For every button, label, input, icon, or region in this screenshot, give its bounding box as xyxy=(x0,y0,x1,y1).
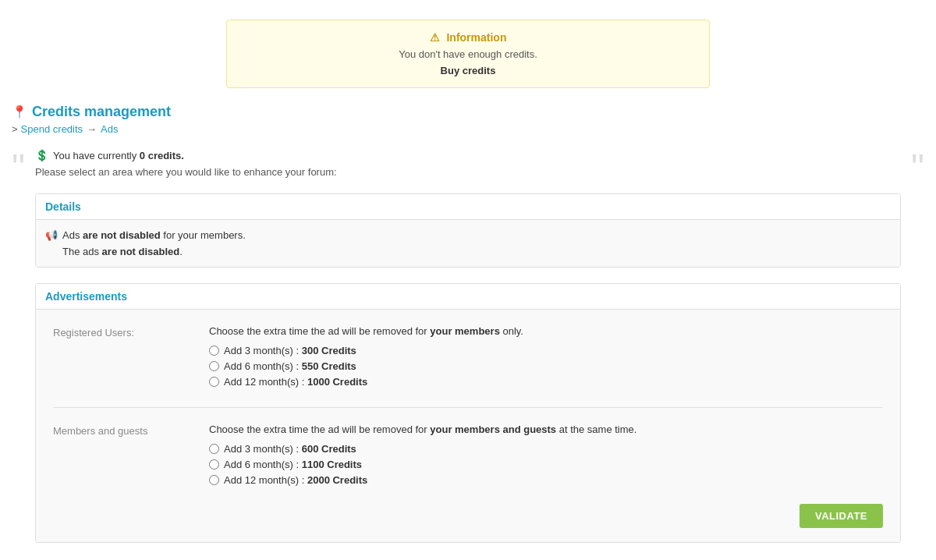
registered-radio-12months[interactable] xyxy=(209,377,219,387)
breadcrumb: > Spend credits → Ads xyxy=(12,123,924,135)
page-header: 📍 Credits management xyxy=(12,104,924,120)
registered-users-row: Registered Users: Choose the extra time … xyxy=(45,319,891,398)
details-section-header: Details xyxy=(36,194,900,220)
buy-credits-link[interactable]: Buy credits xyxy=(441,65,496,76)
advertisements-section-body: Registered Users: Choose the extra time … xyxy=(36,310,900,542)
credits-count: 0 credits. xyxy=(140,150,184,161)
page-title: Credits management xyxy=(32,104,171,120)
members-option-6months[interactable]: Add 6 month(s) : 1100 Credits xyxy=(209,459,883,470)
registered-radio-3months[interactable] xyxy=(209,346,219,356)
info-text: You don't have enough credits. xyxy=(243,48,693,60)
members-option-3months[interactable]: Add 3 month(s) : 600 Credits xyxy=(209,443,883,455)
registered-option-6months[interactable]: Add 6 month(s) : 550 Credits xyxy=(209,360,883,372)
pin-icon: 📍 xyxy=(12,105,27,119)
breadcrumb-arrow: → xyxy=(87,123,97,135)
registered-choose-text: Choose the extra time the ad will be rem… xyxy=(209,325,883,337)
separator-row xyxy=(45,398,891,417)
members-guests-label: Members and guests xyxy=(45,417,201,496)
members-guests-row: Members and guests Choose the extra time… xyxy=(45,417,891,496)
members-guests-options: Choose the extra time the ad will be rem… xyxy=(201,417,891,496)
members-radio-12months[interactable] xyxy=(209,475,219,485)
chevron-icon: > xyxy=(12,123,18,135)
warning-icon: ⚠ xyxy=(430,31,440,44)
details-row1-text: Ads are not disabled for your members. xyxy=(62,229,246,241)
validate-button[interactable]: VALIDATE xyxy=(800,504,883,528)
registered-radio-6months[interactable] xyxy=(209,361,219,371)
credits-info: 💲 You have currently 0 credits. xyxy=(35,149,901,161)
megaphone-icon: 📢 xyxy=(45,229,58,241)
ads-table: Registered Users: Choose the extra time … xyxy=(45,319,891,496)
members-radio-3months[interactable] xyxy=(209,444,219,454)
quote-right-icon: " xyxy=(911,149,924,186)
quote-left-icon: " xyxy=(12,149,25,186)
credits-text: You have currently 0 credits. xyxy=(53,150,184,161)
advertisements-section: Advertisements Registered Users: Choose … xyxy=(35,283,901,543)
details-row-2: The ads are not disabled. xyxy=(45,246,891,257)
separator xyxy=(53,407,883,408)
validate-row: VALIDATE xyxy=(45,496,891,533)
breadcrumb-spend-credits[interactable]: Spend credits xyxy=(21,123,83,135)
registered-option-3months[interactable]: Add 3 month(s) : 300 Credits xyxy=(209,345,883,356)
details-row-1: 📢 Ads are not disabled for your members. xyxy=(45,229,891,241)
members-option-12months[interactable]: Add 12 month(s) : 2000 Credits xyxy=(209,474,883,486)
registered-users-options: Choose the extra time the ad will be rem… xyxy=(201,319,891,398)
content-area: " " 💲 You have currently 0 credits. Plea… xyxy=(12,149,924,543)
details-section-body: 📢 Ads are not disabled for your members.… xyxy=(36,220,900,267)
details-section: Details 📢 Ads are not disabled for your … xyxy=(35,193,901,268)
info-title: ⚠ Information xyxy=(243,31,693,44)
members-choose-text: Choose the extra time the ad will be rem… xyxy=(209,424,883,435)
members-radio-6months[interactable] xyxy=(209,459,219,470)
registered-option-12months[interactable]: Add 12 month(s) : 1000 Credits xyxy=(209,376,883,388)
breadcrumb-ads: Ads xyxy=(101,123,118,135)
credits-prefix: You have currently xyxy=(53,150,140,161)
credits-icon: 💲 xyxy=(35,149,48,161)
advertisements-section-header: Advertisements xyxy=(36,284,900,310)
info-box: ⚠ Information You don't have enough cred… xyxy=(226,19,710,88)
registered-users-label: Registered Users: xyxy=(45,319,201,398)
select-area-text: Please select an area where you would li… xyxy=(35,166,901,178)
